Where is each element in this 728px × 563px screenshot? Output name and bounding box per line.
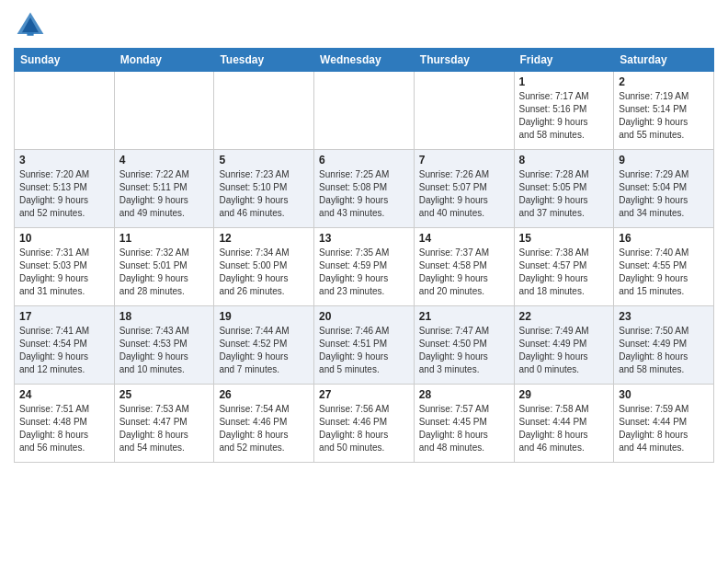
weekday-header: Monday bbox=[114, 49, 214, 72]
day-info: Sunrise: 7:37 AM Sunset: 4:58 PM Dayligh… bbox=[419, 247, 509, 298]
day-info: Sunrise: 7:59 AM Sunset: 4:44 PM Dayligh… bbox=[619, 403, 709, 454]
calendar-cell: 21Sunrise: 7:47 AM Sunset: 4:50 PM Dayli… bbox=[414, 306, 514, 385]
day-number: 27 bbox=[319, 388, 409, 401]
day-info: Sunrise: 7:44 AM Sunset: 4:52 PM Dayligh… bbox=[219, 325, 309, 376]
weekday-header: Saturday bbox=[614, 49, 714, 72]
day-number: 21 bbox=[419, 310, 509, 323]
day-info: Sunrise: 7:32 AM Sunset: 5:01 PM Dayligh… bbox=[119, 247, 210, 298]
calendar-cell: 24Sunrise: 7:51 AM Sunset: 4:48 PM Dayli… bbox=[15, 385, 115, 463]
day-number: 25 bbox=[119, 388, 210, 401]
day-number: 2 bbox=[619, 75, 709, 88]
day-number: 5 bbox=[219, 154, 309, 167]
calendar-cell bbox=[214, 72, 314, 150]
calendar-header-row: SundayMondayTuesdayWednesdayThursdayFrid… bbox=[15, 49, 714, 72]
day-number: 14 bbox=[419, 232, 509, 245]
calendar-cell bbox=[15, 72, 115, 150]
calendar-cell: 15Sunrise: 7:38 AM Sunset: 4:57 PM Dayli… bbox=[514, 228, 614, 306]
day-number: 10 bbox=[19, 232, 109, 245]
calendar-cell: 12Sunrise: 7:34 AM Sunset: 5:00 PM Dayli… bbox=[214, 228, 314, 306]
calendar-cell: 17Sunrise: 7:41 AM Sunset: 4:54 PM Dayli… bbox=[15, 306, 115, 385]
calendar-cell: 19Sunrise: 7:44 AM Sunset: 4:52 PM Dayli… bbox=[214, 306, 314, 385]
calendar-cell: 27Sunrise: 7:56 AM Sunset: 4:46 PM Dayli… bbox=[314, 385, 415, 463]
page: SundayMondayTuesdayWednesdayThursdayFrid… bbox=[0, 0, 728, 477]
day-number: 16 bbox=[619, 232, 709, 245]
day-number: 17 bbox=[19, 310, 109, 323]
calendar-cell: 29Sunrise: 7:58 AM Sunset: 4:44 PM Dayli… bbox=[514, 385, 614, 463]
weekday-header: Wednesday bbox=[314, 49, 415, 72]
day-info: Sunrise: 7:40 AM Sunset: 4:55 PM Dayligh… bbox=[619, 247, 709, 298]
calendar-cell: 10Sunrise: 7:31 AM Sunset: 5:03 PM Dayli… bbox=[15, 228, 115, 306]
calendar-cell: 8Sunrise: 7:28 AM Sunset: 5:05 PM Daylig… bbox=[514, 150, 614, 228]
calendar-cell: 11Sunrise: 7:32 AM Sunset: 5:01 PM Dayli… bbox=[114, 228, 214, 306]
day-number: 6 bbox=[319, 154, 409, 167]
day-info: Sunrise: 7:29 AM Sunset: 5:04 PM Dayligh… bbox=[619, 168, 709, 220]
day-info: Sunrise: 7:31 AM Sunset: 5:03 PM Dayligh… bbox=[19, 247, 109, 298]
day-info: Sunrise: 7:49 AM Sunset: 4:49 PM Dayligh… bbox=[519, 325, 609, 376]
day-info: Sunrise: 7:34 AM Sunset: 5:00 PM Dayligh… bbox=[219, 247, 309, 298]
calendar-cell: 20Sunrise: 7:46 AM Sunset: 4:51 PM Dayli… bbox=[314, 306, 415, 385]
day-info: Sunrise: 7:54 AM Sunset: 4:46 PM Dayligh… bbox=[219, 403, 309, 454]
day-number: 23 bbox=[619, 310, 709, 323]
day-number: 13 bbox=[319, 232, 409, 245]
calendar-cell: 28Sunrise: 7:57 AM Sunset: 4:45 PM Dayli… bbox=[414, 385, 514, 463]
calendar-table: SundayMondayTuesdayWednesdayThursdayFrid… bbox=[14, 48, 714, 463]
day-info: Sunrise: 7:58 AM Sunset: 4:44 PM Dayligh… bbox=[519, 403, 609, 454]
calendar-cell: 2Sunrise: 7:19 AM Sunset: 5:14 PM Daylig… bbox=[614, 72, 714, 150]
day-info: Sunrise: 7:41 AM Sunset: 4:54 PM Dayligh… bbox=[19, 325, 109, 376]
day-number: 28 bbox=[419, 388, 509, 401]
day-number: 1 bbox=[519, 75, 609, 88]
calendar-cell: 13Sunrise: 7:35 AM Sunset: 4:59 PM Dayli… bbox=[314, 228, 415, 306]
day-info: Sunrise: 7:50 AM Sunset: 4:49 PM Dayligh… bbox=[619, 325, 709, 376]
calendar-week-row: 1Sunrise: 7:17 AM Sunset: 5:16 PM Daylig… bbox=[15, 72, 714, 150]
calendar-cell: 7Sunrise: 7:26 AM Sunset: 5:07 PM Daylig… bbox=[414, 150, 514, 228]
calendar-cell: 30Sunrise: 7:59 AM Sunset: 4:44 PM Dayli… bbox=[614, 385, 714, 463]
day-info: Sunrise: 7:46 AM Sunset: 4:51 PM Dayligh… bbox=[319, 325, 409, 376]
day-number: 12 bbox=[219, 232, 309, 245]
calendar-cell: 6Sunrise: 7:25 AM Sunset: 5:08 PM Daylig… bbox=[314, 150, 415, 228]
day-number: 8 bbox=[519, 154, 609, 167]
calendar-cell bbox=[114, 72, 214, 150]
logo-icon bbox=[14, 9, 47, 42]
calendar-cell: 3Sunrise: 7:20 AM Sunset: 5:13 PM Daylig… bbox=[15, 150, 115, 228]
calendar-cell: 14Sunrise: 7:37 AM Sunset: 4:58 PM Dayli… bbox=[414, 228, 514, 306]
day-number: 26 bbox=[219, 388, 309, 401]
calendar-cell bbox=[314, 72, 415, 150]
calendar-cell: 25Sunrise: 7:53 AM Sunset: 4:47 PM Dayli… bbox=[114, 385, 214, 463]
calendar-week-row: 17Sunrise: 7:41 AM Sunset: 4:54 PM Dayli… bbox=[15, 306, 714, 385]
day-number: 7 bbox=[419, 154, 509, 167]
day-info: Sunrise: 7:43 AM Sunset: 4:53 PM Dayligh… bbox=[119, 325, 210, 376]
weekday-header: Thursday bbox=[414, 49, 514, 72]
day-number: 22 bbox=[519, 310, 609, 323]
day-number: 11 bbox=[119, 232, 210, 245]
day-info: Sunrise: 7:56 AM Sunset: 4:46 PM Dayligh… bbox=[319, 403, 409, 454]
day-number: 19 bbox=[219, 310, 309, 323]
calendar-week-row: 24Sunrise: 7:51 AM Sunset: 4:48 PM Dayli… bbox=[15, 385, 714, 463]
calendar-cell: 16Sunrise: 7:40 AM Sunset: 4:55 PM Dayli… bbox=[614, 228, 714, 306]
day-number: 9 bbox=[619, 154, 709, 167]
day-info: Sunrise: 7:25 AM Sunset: 5:08 PM Dayligh… bbox=[319, 168, 409, 220]
calendar-cell: 22Sunrise: 7:49 AM Sunset: 4:49 PM Dayli… bbox=[514, 306, 614, 385]
calendar-cell: 5Sunrise: 7:23 AM Sunset: 5:10 PM Daylig… bbox=[214, 150, 314, 228]
header bbox=[14, 9, 714, 42]
calendar-cell: 23Sunrise: 7:50 AM Sunset: 4:49 PM Dayli… bbox=[614, 306, 714, 385]
day-info: Sunrise: 7:22 AM Sunset: 5:11 PM Dayligh… bbox=[119, 168, 210, 220]
day-info: Sunrise: 7:47 AM Sunset: 4:50 PM Dayligh… bbox=[419, 325, 509, 376]
day-info: Sunrise: 7:19 AM Sunset: 5:14 PM Dayligh… bbox=[619, 90, 709, 142]
logo bbox=[14, 9, 51, 42]
day-number: 3 bbox=[19, 154, 109, 167]
day-number: 29 bbox=[519, 388, 609, 401]
day-number: 18 bbox=[119, 310, 210, 323]
day-info: Sunrise: 7:51 AM Sunset: 4:48 PM Dayligh… bbox=[19, 403, 109, 454]
day-number: 20 bbox=[319, 310, 409, 323]
day-info: Sunrise: 7:17 AM Sunset: 5:16 PM Dayligh… bbox=[519, 90, 609, 142]
day-info: Sunrise: 7:26 AM Sunset: 5:07 PM Dayligh… bbox=[419, 168, 509, 220]
day-info: Sunrise: 7:20 AM Sunset: 5:13 PM Dayligh… bbox=[19, 168, 109, 220]
calendar-cell: 26Sunrise: 7:54 AM Sunset: 4:46 PM Dayli… bbox=[214, 385, 314, 463]
day-number: 24 bbox=[19, 388, 109, 401]
day-info: Sunrise: 7:57 AM Sunset: 4:45 PM Dayligh… bbox=[419, 403, 509, 454]
calendar-week-row: 10Sunrise: 7:31 AM Sunset: 5:03 PM Dayli… bbox=[15, 228, 714, 306]
calendar-cell: 1Sunrise: 7:17 AM Sunset: 5:16 PM Daylig… bbox=[514, 72, 614, 150]
day-info: Sunrise: 7:23 AM Sunset: 5:10 PM Dayligh… bbox=[219, 168, 309, 220]
day-info: Sunrise: 7:35 AM Sunset: 4:59 PM Dayligh… bbox=[319, 247, 409, 298]
weekday-header: Tuesday bbox=[214, 49, 314, 72]
